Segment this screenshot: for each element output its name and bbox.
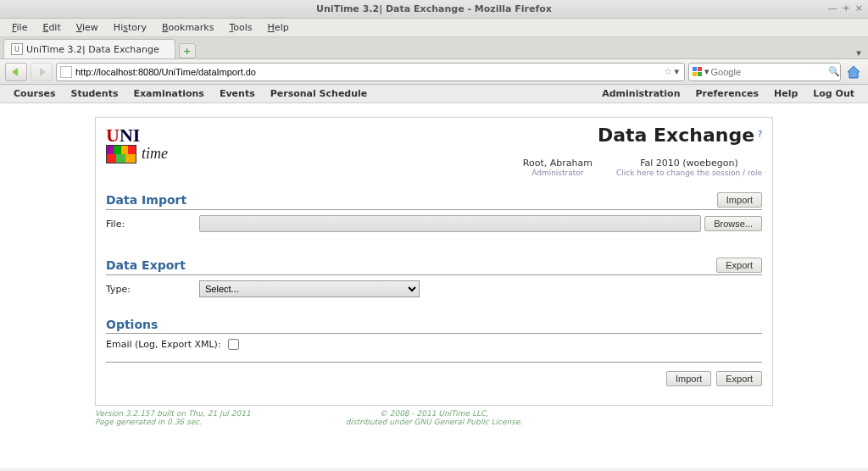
google-icon bbox=[693, 66, 703, 78]
url-bar[interactable]: ☆ ▾ bbox=[56, 63, 685, 81]
browser-tab[interactable]: U UniTime 3.2| Data Exchange bbox=[3, 39, 175, 58]
footer-version: Version 3.2.157 built on Thu, 21 Jul 201… bbox=[95, 409, 264, 418]
back-button[interactable] bbox=[5, 63, 27, 81]
appmenu-help[interactable]: Help bbox=[767, 86, 804, 101]
bottom-divider bbox=[106, 362, 762, 363]
svg-rect-1 bbox=[698, 67, 702, 71]
close-icon[interactable]: × bbox=[855, 3, 863, 14]
type-label: Type: bbox=[106, 284, 199, 295]
search-bar[interactable]: ▾ 🔍 bbox=[688, 63, 841, 81]
menu-bookmarks[interactable]: Bookmarks bbox=[155, 20, 220, 35]
section-options-label: Options bbox=[106, 318, 158, 331]
appmenu-students[interactable]: Students bbox=[64, 86, 125, 101]
type-select[interactable]: Select... bbox=[199, 280, 420, 297]
svg-rect-0 bbox=[693, 67, 697, 71]
file-row: File: Browse... bbox=[106, 210, 762, 237]
change-session-link[interactable]: Click here to change the session / role bbox=[616, 169, 762, 177]
section-options-title: Options bbox=[106, 318, 762, 334]
page-icon bbox=[60, 66, 72, 78]
panel-header: UNI time Data Exchange ? Root, Abraham A… bbox=[106, 119, 762, 180]
current-user: Root, Abraham bbox=[523, 158, 593, 169]
appmenu-events[interactable]: Events bbox=[213, 86, 262, 101]
home-button[interactable] bbox=[844, 63, 863, 81]
export-button-top[interactable]: Export bbox=[716, 258, 762, 273]
menu-file[interactable]: File bbox=[5, 20, 34, 35]
section-export-title: Data Export Export bbox=[106, 258, 762, 275]
search-dropdown-icon[interactable]: ▾ bbox=[703, 66, 711, 77]
unitime-logo: UNI time bbox=[106, 125, 175, 163]
section-import-label: Data Import bbox=[106, 193, 186, 207]
footer-license: distributed under GNU General Public Lic… bbox=[264, 418, 604, 426]
footer-gen-time: Page generated in 0.36 sec. bbox=[95, 418, 264, 426]
app-menubar: Courses Students Examinations Events Per… bbox=[0, 85, 868, 103]
appmenu-examinations[interactable]: Examinations bbox=[126, 86, 210, 101]
page-footer: Version 3.2.157 built on Thu, 21 Jul 201… bbox=[95, 409, 773, 426]
page-content: UNI time Data Exchange ? Root, Abraham A… bbox=[0, 103, 868, 468]
appmenu-preferences[interactable]: Preferences bbox=[689, 86, 765, 101]
file-input[interactable] bbox=[199, 215, 701, 232]
menu-edit[interactable]: Edit bbox=[36, 20, 67, 35]
email-row: Email (Log, Export XML): bbox=[106, 334, 762, 355]
help-icon[interactable]: ? bbox=[758, 130, 762, 139]
new-tab-button[interactable]: + bbox=[179, 43, 196, 58]
import-button-bottom[interactable]: Import bbox=[666, 371, 711, 386]
tab-label: UniTime 3.2| Data Exchange bbox=[26, 44, 159, 55]
export-button-bottom[interactable]: Export bbox=[716, 371, 762, 386]
current-role: Administrator bbox=[523, 169, 593, 177]
email-checkbox[interactable] bbox=[228, 339, 239, 350]
menu-view[interactable]: View bbox=[70, 20, 105, 35]
menu-help[interactable]: Help bbox=[261, 20, 296, 35]
import-button-top[interactable]: Import bbox=[717, 192, 762, 208]
url-input[interactable] bbox=[75, 67, 665, 77]
svg-rect-3 bbox=[698, 72, 702, 76]
tab-overflow-button[interactable]: ▾ bbox=[853, 47, 865, 58]
url-dropdown-icon[interactable]: ▾ bbox=[672, 66, 681, 77]
search-input[interactable] bbox=[711, 67, 828, 77]
bookmark-star-icon[interactable]: ☆ bbox=[665, 66, 673, 77]
minimize-icon[interactable]: — bbox=[828, 3, 837, 14]
section-import-title: Data Import Import bbox=[106, 192, 762, 210]
svg-rect-2 bbox=[693, 72, 697, 76]
file-label: File: bbox=[106, 219, 199, 230]
appmenu-logout[interactable]: Log Out bbox=[806, 86, 861, 101]
menu-tools[interactable]: Tools bbox=[222, 20, 259, 35]
type-row: Type: Select... bbox=[106, 275, 762, 302]
window-title: UniTime 3.2| Data Exchange - Mozilla Fir… bbox=[316, 3, 552, 14]
main-panel: UNI time Data Exchange ? Root, Abraham A… bbox=[95, 117, 773, 406]
maximize-icon[interactable]: + bbox=[843, 3, 850, 14]
page-title: Data Exchange bbox=[598, 125, 754, 146]
section-export-label: Data Export bbox=[106, 258, 186, 272]
appmenu-courses[interactable]: Courses bbox=[7, 86, 62, 101]
browser-menubar: File Edit View History Bookmarks Tools H… bbox=[0, 19, 868, 37]
footer-copyright: © 2008 - 2011 UniTime LLC, bbox=[264, 409, 604, 418]
menu-history[interactable]: History bbox=[107, 20, 153, 35]
favicon-icon: U bbox=[11, 43, 23, 55]
browser-navbar: ☆ ▾ ▾ 🔍 bbox=[0, 59, 868, 85]
appmenu-administration[interactable]: Administration bbox=[595, 86, 687, 101]
browser-tabstrip: U UniTime 3.2| Data Exchange + ▾ bbox=[0, 37, 868, 59]
email-label: Email (Log, Export XML): bbox=[106, 339, 221, 350]
current-session: Fal 2010 (woebegon) bbox=[616, 158, 762, 169]
search-go-icon[interactable]: 🔍 bbox=[828, 66, 840, 77]
window-titlebar: UniTime 3.2| Data Exchange - Mozilla Fir… bbox=[0, 0, 868, 19]
appmenu-personal-schedule[interactable]: Personal Schedule bbox=[264, 86, 375, 101]
browse-button[interactable]: Browse... bbox=[704, 216, 762, 231]
forward-button[interactable] bbox=[31, 63, 53, 81]
